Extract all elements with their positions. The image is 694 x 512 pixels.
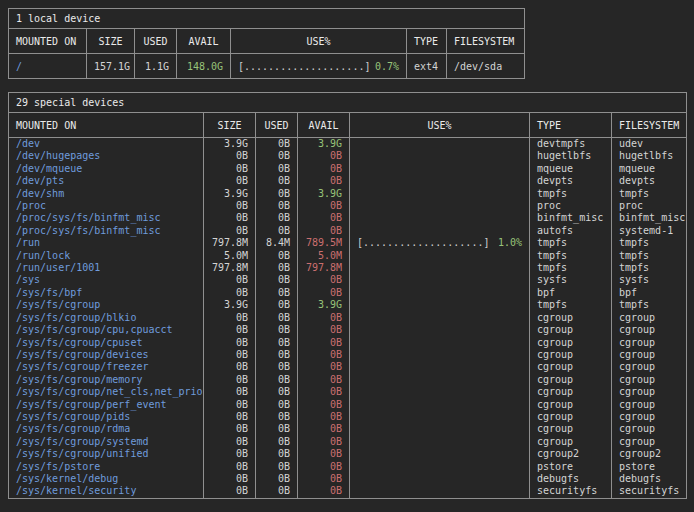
- avail-cell: 0B: [298, 175, 350, 187]
- mount-point-cell: /sys/kernel/debug: [9, 473, 204, 485]
- mount-point-cell: /: [9, 54, 87, 79]
- mount-point-cell: /run/user/1001: [9, 262, 204, 274]
- used-cell: 0B: [256, 212, 298, 224]
- filesystem-cell: cgroup: [612, 337, 687, 349]
- type-cell: cgroup: [530, 374, 612, 386]
- table-row: /proc/sys/fs/binfmt_misc0B0B0Bbinfmt_mis…: [9, 212, 687, 224]
- mount-point-cell: /sys/fs/cgroup/cpu,cpuacct: [9, 324, 204, 336]
- local-devices-title-row: 1 local device: [9, 9, 525, 29]
- usage-cell: [350, 411, 530, 423]
- table-row: /dev/hugepages0B0B0Bhugetlbfshugetlbfs: [9, 150, 687, 162]
- type-cell: devpts: [530, 175, 612, 187]
- usage-cell: [350, 225, 530, 237]
- filesystem-cell: devpts: [612, 175, 687, 187]
- avail-cell: 0B: [298, 374, 350, 386]
- avail-cell: 3.9G: [298, 138, 350, 151]
- usage-cell: [350, 448, 530, 460]
- type-cell: debugfs: [530, 473, 612, 485]
- type-cell: tmpfs: [530, 250, 612, 262]
- type-cell: cgroup: [530, 386, 612, 398]
- usage-cell: [350, 423, 530, 435]
- filesystem-cell: pstore: [612, 461, 687, 473]
- used-cell: 0B: [256, 374, 298, 386]
- usage-cell: [350, 274, 530, 286]
- used-cell: 0B: [256, 299, 298, 311]
- size-cell: 0B: [204, 212, 256, 224]
- avail-cell: 0B: [298, 163, 350, 175]
- usage-bar-wrap: [....................]1.0%: [357, 237, 522, 249]
- size-cell: 0B: [204, 312, 256, 324]
- table-row: /sys/fs/cgroup/perf_event0B0B0Bcgroupcgr…: [9, 399, 687, 411]
- type-cell: bpf: [530, 287, 612, 299]
- size-cell: 5.0M: [204, 250, 256, 262]
- usage-cell: [350, 473, 530, 485]
- local-devices-rows: /157.1G1.1G148.0G[....................]0…: [9, 54, 525, 79]
- column-header: USED: [135, 29, 177, 54]
- table-row: /sys/fs/cgroup/net_cls,net_prio0B0B0Bcgr…: [9, 386, 687, 398]
- used-cell: 0B: [256, 436, 298, 448]
- type-cell: tmpfs: [530, 188, 612, 200]
- size-cell: 0B: [204, 274, 256, 286]
- avail-cell: 0B: [298, 324, 350, 336]
- usage-cell: [350, 150, 530, 162]
- size-cell: 0B: [204, 349, 256, 361]
- filesystem-cell: securityfs: [612, 485, 687, 498]
- usage-cell: [350, 262, 530, 274]
- column-header: USE%: [231, 29, 407, 54]
- type-cell: cgroup: [530, 312, 612, 324]
- filesystem-cell: debugfs: [612, 473, 687, 485]
- type-cell: cgroup: [530, 349, 612, 361]
- used-cell: 1.1G: [135, 54, 177, 79]
- size-cell: 0B: [204, 361, 256, 373]
- used-cell: 0B: [256, 473, 298, 485]
- size-cell: 0B: [204, 324, 256, 336]
- filesystem-cell: sysfs: [612, 274, 687, 286]
- special-devices-title-row: 29 special devices: [9, 93, 687, 113]
- column-header: FILESYSTEM: [612, 113, 687, 138]
- column-header: USED: [256, 113, 298, 138]
- used-cell: 0B: [256, 225, 298, 237]
- table-row: /dev/pts0B0B0Bdevptsdevpts: [9, 175, 687, 187]
- table-row: /sys0B0B0Bsysfssysfs: [9, 274, 687, 286]
- table-row: /dev/mqueue0B0B0Bmqueuemqueue: [9, 163, 687, 175]
- type-cell: securityfs: [530, 485, 612, 498]
- table-row: /157.1G1.1G148.0G[....................]0…: [9, 54, 525, 79]
- mount-point-cell: /sys/fs/bpf: [9, 287, 204, 299]
- used-cell: 0B: [256, 250, 298, 262]
- size-cell: 797.8M: [204, 262, 256, 274]
- used-cell: 0B: [256, 448, 298, 460]
- usage-cell: [350, 436, 530, 448]
- avail-cell: 0B: [298, 150, 350, 162]
- mount-point-cell: /sys/kernel/security: [9, 485, 204, 498]
- type-cell: mqueue: [530, 163, 612, 175]
- usage-cell: [350, 399, 530, 411]
- table-row: /sys/fs/cgroup/cpu,cpuacct0B0B0Bcgroupcg…: [9, 324, 687, 336]
- avail-cell: 0B: [298, 225, 350, 237]
- mount-point-cell: /proc: [9, 200, 204, 212]
- usage-cell: [350, 299, 530, 311]
- type-cell: autofs: [530, 225, 612, 237]
- table-row: /sys/fs/cgroup/pids0B0B0Bcgroupcgroup: [9, 411, 687, 423]
- type-cell: tmpfs: [530, 299, 612, 311]
- avail-cell: 0B: [298, 274, 350, 286]
- filesystem-cell: /dev/sda: [447, 54, 525, 79]
- type-cell: tmpfs: [530, 262, 612, 274]
- mount-point-cell: /proc/sys/fs/binfmt_misc: [9, 225, 204, 237]
- mount-point-cell: /dev/pts: [9, 175, 204, 187]
- table-row: /run797.8M8.4M789.5M[...................…: [9, 237, 687, 249]
- filesystem-cell: hugetlbfs: [612, 150, 687, 162]
- size-cell: 0B: [204, 175, 256, 187]
- filesystem-cell: binfmt_misc: [612, 212, 687, 224]
- usage-bar-wrap: [....................]0.7%: [238, 61, 399, 72]
- special-devices-rows: /dev3.9G0B3.9Gdevtmpfsudev/dev/hugepages…: [9, 138, 687, 499]
- table-row: /sys/fs/cgroup/cpuset0B0B0Bcgroupcgroup: [9, 337, 687, 349]
- used-cell: 0B: [256, 138, 298, 151]
- filesystem-cell: cgroup: [612, 423, 687, 435]
- usage-cell: [....................]0.7%: [231, 54, 407, 79]
- filesystem-cell: cgroup: [612, 324, 687, 336]
- avail-cell: 0B: [298, 386, 350, 398]
- mount-point-cell: /run: [9, 237, 204, 249]
- table-row: /dev3.9G0B3.9Gdevtmpfsudev: [9, 138, 687, 151]
- size-cell: 0B: [204, 436, 256, 448]
- filesystem-cell: tmpfs: [612, 262, 687, 274]
